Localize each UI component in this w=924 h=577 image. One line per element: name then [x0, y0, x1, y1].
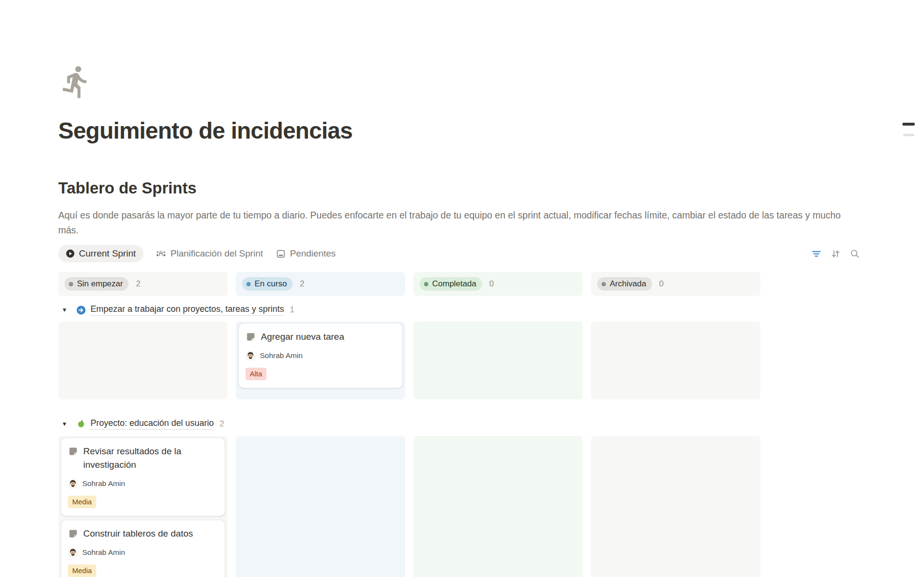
page-content: Seguimiento de incidencias Tablero de Sp… [58, 0, 860, 577]
status-pill: En curso [242, 277, 293, 291]
status-dot-icon [424, 282, 428, 286]
collapse-triangle-icon[interactable]: ▼ [62, 421, 69, 427]
task-page-icon [245, 332, 256, 342]
group-count: 1 [290, 305, 294, 315]
section-description[interactable]: Aquí es donde pasarás la mayor parte de … [58, 208, 860, 238]
priority-tag[interactable]: Media [68, 564, 96, 577]
assignee-name: Sohrab Amin [82, 548, 125, 557]
status-dot-icon [246, 282, 251, 286]
card-assignee: Sohrab Amin [68, 478, 218, 489]
card-title: Construir tableros de datos [83, 527, 193, 540]
priority-tag[interactable]: Media [68, 496, 96, 508]
status-label: Completada [432, 279, 476, 289]
column-count: 0 [659, 279, 664, 289]
card-title: Agregar nueva tarea [261, 330, 344, 344]
collapse-triangle-icon[interactable]: ▼ [62, 307, 69, 313]
board-cell-sin-empezar: Revisar resultados de la investigación [58, 436, 228, 577]
blue-arrow-circle-icon [76, 305, 86, 315]
play-circle-icon [66, 249, 75, 258]
sprint-meeting-icon [156, 249, 166, 259]
status-pill: Archivada [597, 277, 652, 291]
board-cell-completada [413, 321, 583, 399]
page-outline-indicator[interactable] [902, 123, 915, 136]
assignee-name: Sohrab Amin [260, 351, 303, 360]
group-label[interactable]: Empezar a trabajar con proyectos, tareas… [90, 304, 284, 316]
card-tags: Alta [245, 368, 396, 380]
backlog-icon [276, 249, 286, 259]
status-pill: Sin empezar [64, 277, 128, 291]
card-title: Revisar resultados de la investigación [83, 445, 218, 472]
card-assignee: Sohrab Amin [68, 547, 218, 558]
green-apple-icon [76, 419, 86, 429]
sprint-board: Sin empezar 2 En curso 2 Completada 0 [58, 272, 760, 577]
task-card[interactable]: Revisar resultados de la investigación [61, 438, 225, 516]
board-cell-archivada [591, 436, 760, 577]
column-header-sin-empezar[interactable]: Sin empezar 2 [58, 272, 228, 296]
board-cell-archivada [591, 321, 760, 399]
group-label[interactable]: Proyecto: educación del usuario [90, 418, 214, 430]
board-cell-en-curso: Agregar nueva tarea [236, 321, 405, 399]
column-header-completada[interactable]: Completada 0 [413, 272, 583, 296]
status-pill: Completada [420, 277, 482, 291]
status-label: Sin empezar [77, 279, 123, 289]
view-tabs-bar: Current Sprint Planif [58, 244, 860, 263]
board-row-getting-started: Agregar nueva tarea [58, 321, 760, 399]
outline-dash-icon [902, 123, 915, 126]
runner-icon [58, 64, 94, 100]
sort-icon[interactable] [831, 249, 840, 258]
view-tab-sprint-planning[interactable]: Planificación del Sprint [156, 248, 263, 259]
assignee-name: Sohrab Amin [82, 479, 125, 488]
task-card[interactable]: Agregar nueva tarea [239, 323, 402, 388]
board-row-proyecto-educacion: Revisar resultados de la investigación [58, 436, 760, 577]
priority-tag[interactable]: Alta [245, 368, 267, 380]
page-icon-runner[interactable] [58, 64, 94, 100]
view-tab-label: Pendientes [290, 248, 336, 259]
group-count: 2 [219, 419, 224, 429]
board-header-row: Sin empezar 2 En curso 2 Completada 0 [58, 272, 760, 296]
status-label: Archivada [610, 279, 646, 289]
search-icon[interactable] [850, 249, 860, 258]
page-title[interactable]: Seguimiento de incidencias [58, 117, 860, 145]
avatar [68, 548, 78, 558]
board-cell-en-curso [236, 436, 405, 577]
view-tab-current-sprint[interactable]: Current Sprint [58, 245, 143, 262]
view-toolbar [812, 249, 860, 258]
section-heading[interactable]: Tablero de Sprints [58, 178, 860, 198]
card-tags: Media [68, 564, 218, 577]
status-label: En curso [255, 279, 287, 289]
board-cell-sin-empezar [58, 321, 228, 399]
card-tags: Media [68, 496, 218, 508]
card-title-row: Agregar nueva tarea [245, 330, 396, 344]
column-header-en-curso[interactable]: En curso 2 [236, 272, 405, 296]
card-title-row: Construir tableros de datos [68, 527, 218, 540]
status-dot-icon [602, 282, 606, 286]
view-tab-label: Current Sprint [79, 248, 136, 259]
card-title-row: Revisar resultados de la investigación [68, 445, 218, 472]
filter-icon[interactable] [812, 249, 821, 258]
column-count: 2 [300, 279, 304, 289]
board-cell-completada [413, 436, 583, 577]
outline-dash-icon [903, 134, 914, 136]
avatar [68, 479, 78, 489]
status-dot-icon [69, 282, 73, 286]
task-page-icon [68, 446, 78, 457]
column-count: 2 [136, 279, 140, 289]
column-count: 0 [489, 279, 494, 289]
column-header-archivada[interactable]: Archivada 0 [591, 272, 760, 296]
task-card[interactable]: Construir tableros de datos [61, 520, 225, 577]
view-tabs: Current Sprint Planif [58, 245, 336, 262]
card-assignee: Sohrab Amin [245, 350, 396, 361]
group-header-proyecto-educacion: ▼ Proyecto: educación del usuario 2 [58, 416, 760, 432]
avatar [245, 351, 256, 361]
group-header-getting-started: ▼ Empezar a trabajar con proyectos, tare… [58, 302, 760, 318]
view-tab-label: Planificación del Sprint [170, 248, 263, 259]
task-page-icon [68, 528, 78, 539]
view-tab-backlog[interactable]: Pendientes [276, 248, 336, 259]
